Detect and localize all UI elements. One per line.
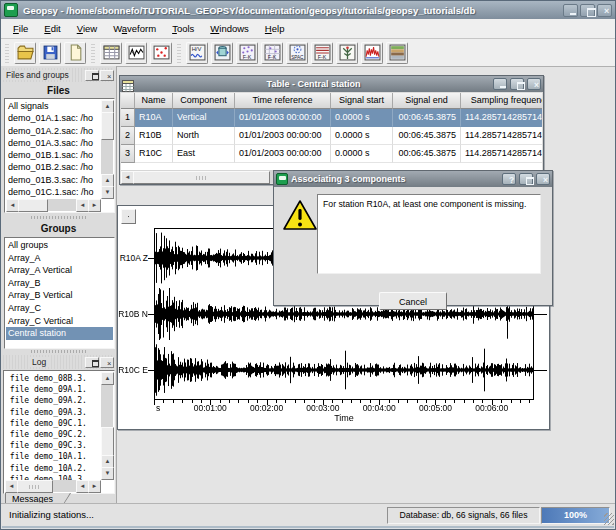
column-header[interactable]: Signal start xyxy=(331,93,393,109)
hv-button[interactable]: H/V xyxy=(186,42,208,64)
spectrum-button[interactable] xyxy=(361,42,383,64)
log-hscrollbar[interactable] xyxy=(5,480,101,492)
list-item[interactable]: demo_01C.1.sac: /ho xyxy=(6,186,101,198)
table-cell[interactable]: R10C xyxy=(135,145,173,163)
table-cell[interactable]: 0.0000 s xyxy=(331,145,393,163)
dialog-maximize-button[interactable] xyxy=(519,173,533,185)
title-bar[interactable]: Geopsy - /home/sbonnefo/TUTORIAL_GEOPSY/… xyxy=(1,1,615,19)
menu-edit[interactable]: Edit xyxy=(36,21,68,36)
row-header[interactable]: 1 xyxy=(121,109,135,127)
table-cell[interactable]: Vertical xyxy=(173,109,235,127)
list-item[interactable]: All signals xyxy=(6,100,101,112)
table-cell[interactable]: 00:06:45.3875 xyxy=(393,127,461,145)
list-item[interactable]: Array_C xyxy=(6,302,113,315)
dock-float-button[interactable] xyxy=(85,357,99,368)
files-hscrollbar[interactable] xyxy=(6,199,101,211)
log-list[interactable]: file demo_08B.3. file demo_09A.1. file d… xyxy=(3,370,115,494)
files-list[interactable]: All signalsdemo_01A.1.sac: /hodemo_01A.2… xyxy=(4,98,115,213)
signals-table[interactable]: NameComponentTime referenceSignal startS… xyxy=(121,93,542,170)
menu-file[interactable]: File xyxy=(5,21,36,36)
rotate-components-button[interactable] xyxy=(211,42,233,64)
table-cell[interactable]: R10A xyxy=(135,109,173,127)
column-header[interactable]: Sampling frequency xyxy=(461,93,542,109)
graphic-button[interactable] xyxy=(125,42,147,64)
groups-list[interactable]: All groupsArray_AArray_A VerticalArray_B… xyxy=(4,237,115,349)
spac-button[interactable]: SPAC xyxy=(286,42,308,64)
table-button[interactable] xyxy=(100,42,122,64)
fk-button[interactable]: F-K xyxy=(236,42,258,64)
list-item[interactable]: demo_01B.1.sac: /ho xyxy=(6,149,101,161)
menu-view[interactable]: View xyxy=(69,21,105,36)
files-vscrollbar[interactable] xyxy=(101,100,113,199)
scroll-thumb[interactable] xyxy=(133,171,270,184)
waveform-window-icon[interactable] xyxy=(121,209,136,224)
table-cell[interactable]: 0.0000 s xyxy=(331,127,393,145)
dock-splitter[interactable] xyxy=(31,216,86,219)
scroll-thumb[interactable] xyxy=(17,480,53,493)
list-item[interactable]: demo_01B.3.sac: /ho xyxy=(6,174,101,186)
array-button[interactable] xyxy=(336,42,358,64)
dock-close-button[interactable]: × xyxy=(100,70,114,81)
table-window-titlebar[interactable]: Table - Central station × xyxy=(120,76,543,92)
dock-close-button[interactable]: × xyxy=(100,357,114,368)
cancel-button[interactable]: Cancel xyxy=(379,292,447,310)
table-close-button[interactable]: × xyxy=(527,78,541,90)
table-cell[interactable]: 01/01/2003 00:00:00 xyxy=(235,109,331,127)
toolbar-handle[interactable] xyxy=(177,43,181,63)
dialog-help-button[interactable]: ? xyxy=(502,173,516,185)
list-item[interactable]: Array_A xyxy=(6,252,113,265)
table-cell[interactable]: East xyxy=(173,145,235,163)
table-cell[interactable]: 114.285714285714 xyxy=(461,145,542,163)
table-cell[interactable]: 114.285714285714 xyxy=(461,127,542,145)
table-cell[interactable]: 114.285714285714 xyxy=(461,109,542,127)
list-item[interactable]: Central station xyxy=(6,327,113,340)
table-cell[interactable]: 0.0000 s xyxy=(331,109,393,127)
save-button[interactable] xyxy=(39,42,61,64)
table-minimize-button[interactable] xyxy=(493,78,507,90)
table-cell[interactable]: R10B xyxy=(135,127,173,145)
associating-components-dialog[interactable]: Associating 3 components ? × For station… xyxy=(273,170,553,306)
scroll-down-button[interactable] xyxy=(101,467,114,480)
table-cell[interactable]: North xyxy=(173,127,235,145)
list-item[interactable]: demo_01A.1.sac: /ho xyxy=(6,112,101,124)
dock-float-button[interactable] xyxy=(85,70,99,81)
column-header[interactable]: Signal end xyxy=(393,93,461,109)
table-cell[interactable]: 01/01/2003 00:00:00 xyxy=(235,127,331,145)
close-button[interactable]: × xyxy=(597,4,612,17)
list-item[interactable]: All groups xyxy=(6,239,113,252)
table-cell[interactable]: 00:06:45.3875 xyxy=(393,145,461,163)
scroll-down-button[interactable] xyxy=(101,186,114,199)
scroll-right-button[interactable] xyxy=(88,199,101,212)
column-header[interactable]: Name xyxy=(135,93,173,109)
list-item[interactable]: Array_B Vertical xyxy=(6,289,113,302)
list-item[interactable]: demo_01A.3.sac: /ho xyxy=(6,137,101,149)
fk-grid-button[interactable]: F-K xyxy=(261,42,283,64)
scroll-right-button[interactable] xyxy=(88,480,101,493)
table-maximize-button[interactable] xyxy=(510,78,524,90)
new-document-button[interactable] xyxy=(64,42,86,64)
menu-windows[interactable]: Windows xyxy=(202,21,257,36)
scroll-thumb[interactable] xyxy=(18,199,48,212)
table-cell[interactable]: 01/01/2003 00:00:00 xyxy=(235,145,331,163)
row-header[interactable]: 3 xyxy=(121,145,135,163)
resize-grip[interactable] xyxy=(604,513,614,525)
scroll-up-button[interactable] xyxy=(101,372,114,385)
table-corner-header[interactable] xyxy=(121,93,135,109)
column-header[interactable]: Time reference xyxy=(235,93,331,109)
column-header[interactable]: Component xyxy=(173,93,235,109)
row-header[interactable]: 2 xyxy=(121,127,135,145)
menu-tools[interactable]: Tools xyxy=(164,21,202,36)
table-window[interactable]: Table - Central station × NameComponentT… xyxy=(119,75,544,185)
minimize-button[interactable] xyxy=(563,4,578,17)
menu-help[interactable]: Help xyxy=(257,21,293,36)
table-cell[interactable]: 00:06:45.3875 xyxy=(393,109,461,127)
open-folder-button[interactable] xyxy=(14,42,36,64)
list-item[interactable]: Array_C Vertical xyxy=(6,315,113,328)
fk-linear-button[interactable]: F-K xyxy=(311,42,333,64)
dialog-close-button[interactable]: × xyxy=(536,173,550,185)
menu-waveform[interactable]: Waveform xyxy=(105,21,164,36)
map-button[interactable] xyxy=(150,42,172,64)
dialog-titlebar[interactable]: Associating 3 components ? × xyxy=(274,171,552,187)
scroll-thumb[interactable] xyxy=(101,112,114,140)
toolbar-handle[interactable] xyxy=(91,43,95,63)
